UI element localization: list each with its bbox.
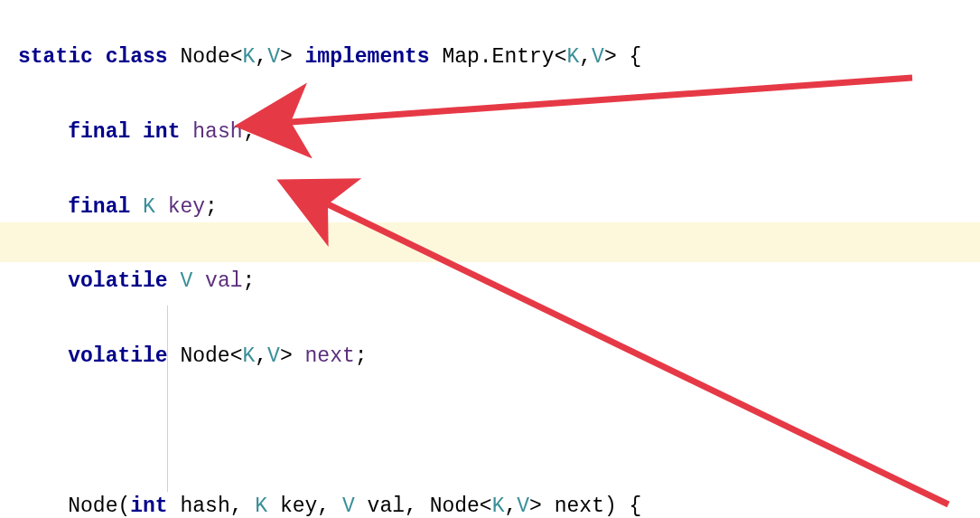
type-K: K bbox=[143, 195, 155, 219]
type-param-K: K bbox=[243, 45, 256, 69]
code-block: static class Node<K,V> implements Map.En… bbox=[0, 0, 980, 518]
type-V: V bbox=[180, 269, 192, 293]
comma: , bbox=[504, 494, 517, 518]
angle-close: > bbox=[280, 344, 293, 368]
param-next: next bbox=[555, 494, 604, 518]
field-key: key bbox=[168, 195, 205, 219]
angle-close: > bbox=[604, 45, 617, 69]
comma-sep: , bbox=[317, 494, 342, 518]
type-V: V bbox=[342, 494, 355, 518]
semicolon: ; bbox=[243, 120, 256, 144]
keyword-implements: implements bbox=[305, 45, 430, 69]
angle-open: < bbox=[555, 45, 567, 69]
code-line-7: Node(int hash, K key, V val, Node<K,V> n… bbox=[18, 488, 980, 518]
interface-name: Map.Entry bbox=[442, 45, 554, 69]
param-key: key bbox=[280, 494, 317, 518]
keyword-static: static bbox=[18, 45, 93, 69]
comma-sep: , bbox=[230, 494, 256, 518]
angle-close: > bbox=[529, 494, 542, 518]
field-next: next bbox=[305, 344, 355, 368]
type-param-V: V bbox=[267, 45, 280, 69]
paren-open: ( bbox=[117, 494, 130, 518]
keyword-volatile: volatile bbox=[68, 269, 167, 293]
code-line-1: static class Node<K,V> implements Map.En… bbox=[18, 39, 980, 76]
keyword-final: final bbox=[68, 120, 130, 144]
type-K: K bbox=[255, 494, 267, 518]
comma: , bbox=[579, 45, 592, 69]
code-line-3: final K key; bbox=[18, 189, 980, 226]
keyword-final: final bbox=[68, 195, 130, 219]
brace: { bbox=[617, 45, 642, 69]
keyword-class: class bbox=[106, 45, 168, 69]
comma: , bbox=[255, 344, 267, 368]
type-node: Node bbox=[430, 494, 480, 518]
type-param-K: K bbox=[566, 45, 579, 69]
type-param-V: V bbox=[267, 344, 280, 368]
type-param-V: V bbox=[517, 494, 529, 518]
constructor-name: Node bbox=[68, 494, 117, 518]
code-line-5: volatile Node<K,V> next; bbox=[18, 338, 980, 375]
keyword-volatile: volatile bbox=[68, 344, 167, 368]
angle-close: > bbox=[280, 45, 293, 69]
type-param-K: K bbox=[242, 344, 255, 368]
code-line-blank bbox=[18, 413, 980, 450]
semicolon: ; bbox=[205, 195, 218, 219]
param-val: val bbox=[368, 494, 405, 518]
class-name: Node bbox=[180, 45, 229, 69]
code-line-4: volatile V val; bbox=[18, 263, 980, 300]
angle-open: < bbox=[230, 45, 243, 69]
angle-open: < bbox=[480, 494, 492, 518]
field-val: val bbox=[205, 269, 242, 293]
comma-sep: , bbox=[405, 494, 430, 518]
param-hash: hash bbox=[180, 494, 229, 518]
angle-open: < bbox=[230, 344, 243, 368]
brace: { bbox=[617, 494, 642, 518]
type-param-V: V bbox=[592, 45, 604, 69]
semicolon: ; bbox=[243, 269, 256, 293]
code-line-2: final int hash; bbox=[18, 114, 980, 151]
comma: , bbox=[255, 45, 267, 69]
field-hash: hash bbox=[192, 120, 242, 144]
keyword-int: int bbox=[143, 120, 180, 144]
semicolon: ; bbox=[355, 344, 368, 368]
type-node: Node bbox=[180, 344, 229, 368]
paren-close: ) bbox=[604, 494, 617, 518]
type-param-K: K bbox=[492, 494, 505, 518]
keyword-int: int bbox=[130, 494, 167, 518]
